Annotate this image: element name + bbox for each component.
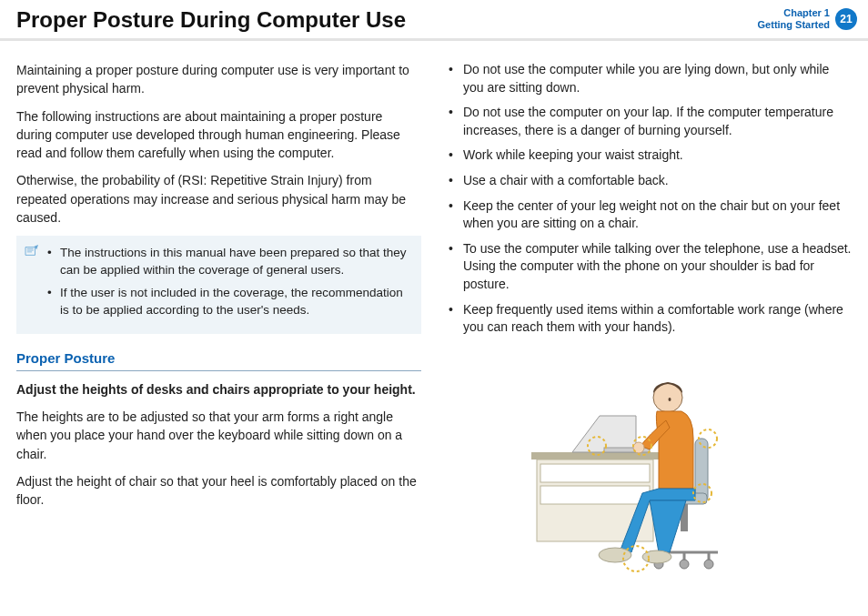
chapter-line1: Chapter 1 xyxy=(758,7,830,19)
posture-svg xyxy=(513,348,786,575)
body-p5: Adjust the height of chair so that your … xyxy=(16,472,421,510)
section-heading: Proper Posture xyxy=(16,348,421,371)
content: Maintaining a proper posture during comp… xyxy=(0,41,868,584)
list-item: Keep frequently used items within a comf… xyxy=(447,301,852,337)
chapter-text: Chapter 1 Getting Started xyxy=(758,7,830,31)
list-item: Keep the center of your leg weight not o… xyxy=(447,197,852,233)
note-item: The instructions in this manual have bee… xyxy=(47,245,410,279)
page-number-badge: 21 xyxy=(835,8,857,30)
list-item: Use a chair with a comfortable back. xyxy=(447,172,852,190)
subheading: Adjust the heights of desks and chairs a… xyxy=(16,380,421,399)
left-column: Maintaining a proper posture during comp… xyxy=(16,61,421,575)
intro-p1: Maintaining a proper posture during comp… xyxy=(16,61,421,98)
intro-p2: The following instructions are about mai… xyxy=(16,107,421,163)
posture-illustration xyxy=(447,348,852,575)
list-item: Work while keeping your waist straight. xyxy=(447,146,852,165)
note-icon xyxy=(24,245,40,258)
list-item: Do not use the computer on your lap. If … xyxy=(447,104,852,139)
note-item: If the user is not included in the cover… xyxy=(47,285,410,319)
page-header: Proper Posture During Computer Use Chapt… xyxy=(0,0,868,41)
list-item: Do not use the computer while you are ly… xyxy=(447,61,852,96)
svg-point-12 xyxy=(668,398,671,401)
chapter-line2: Getting Started xyxy=(758,19,830,31)
svg-rect-3 xyxy=(540,486,650,504)
right-column: Do not use the computer while you are ly… xyxy=(447,61,852,575)
chapter-box: Chapter 1 Getting Started 21 xyxy=(758,7,857,31)
list-item: To use the computer while talking over t… xyxy=(447,240,852,294)
note-list: The instructions in this manual have bee… xyxy=(47,245,410,319)
body-p4: The heights are to be adjusted so that y… xyxy=(16,408,421,463)
svg-rect-2 xyxy=(540,464,650,482)
svg-point-9 xyxy=(680,560,689,569)
page-title: Proper Posture During Computer Use xyxy=(16,7,406,33)
note-box: The instructions in this manual have bee… xyxy=(16,236,421,334)
svg-point-10 xyxy=(704,560,713,569)
intro-p3: Otherwise, the probability of (RSI: Repe… xyxy=(16,171,421,227)
tips-list: Do not use the computer while you are ly… xyxy=(447,61,852,337)
